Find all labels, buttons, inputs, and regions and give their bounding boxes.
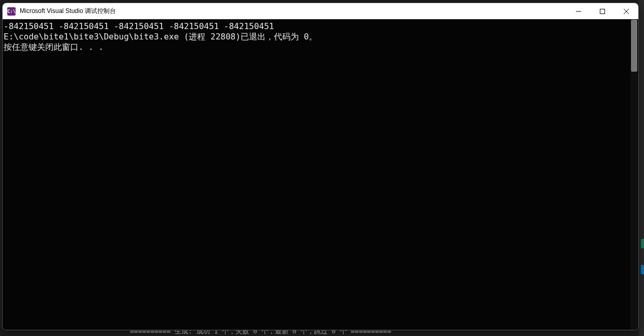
svg-rect-1 bbox=[600, 9, 605, 14]
minimize-button[interactable] bbox=[567, 3, 590, 19]
app-icon: C:\ bbox=[7, 7, 16, 16]
maximize-button[interactable] bbox=[590, 3, 614, 19]
minimize-icon bbox=[576, 9, 581, 14]
titlebar[interactable]: C:\ Microsoft Visual Studio 调试控制台 bbox=[3, 3, 638, 19]
console-window: C:\ Microsoft Visual Studio 调试控制台 -8 bbox=[2, 3, 639, 330]
close-icon bbox=[624, 9, 629, 14]
console-line: 按任意键关闭此窗口. . . bbox=[4, 42, 103, 52]
console-scrollbar-thumb[interactable] bbox=[631, 20, 637, 72]
bg-accent-green bbox=[641, 239, 644, 248]
console-output: -842150451 -842150451 -842150451 -842150… bbox=[3, 19, 638, 52]
background-scrollbar[interactable] bbox=[639, 0, 644, 336]
console-line: -842150451 -842150451 -842150451 -842150… bbox=[4, 21, 274, 31]
console-line: E:\code\bite1\bite3\Debug\bite3.exe (进程 … bbox=[4, 32, 317, 42]
window-title: Microsoft Visual Studio 调试控制台 bbox=[20, 7, 567, 16]
close-button[interactable] bbox=[614, 3, 638, 19]
console-body[interactable]: -842150451 -842150451 -842150451 -842150… bbox=[3, 19, 638, 330]
window-controls bbox=[567, 3, 638, 19]
maximize-icon bbox=[600, 9, 605, 14]
console-scrollbar[interactable] bbox=[630, 20, 638, 329]
bg-accent-blue bbox=[641, 265, 644, 274]
